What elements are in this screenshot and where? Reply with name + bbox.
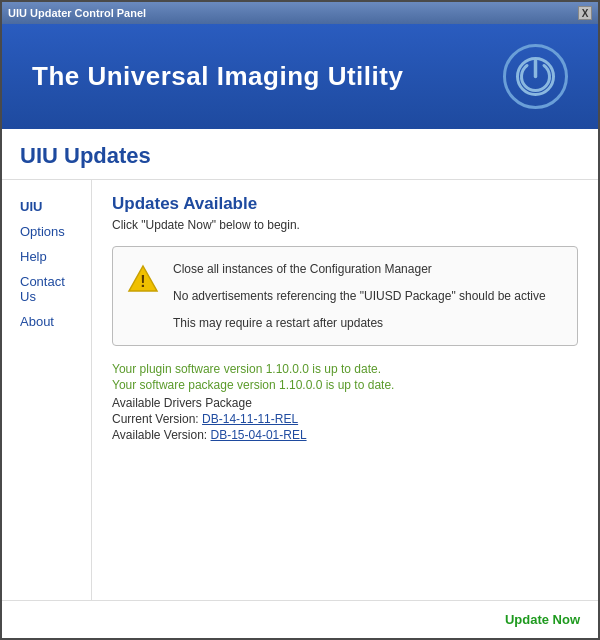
sidebar-item-contact-us[interactable]: Contact Us: [2, 269, 91, 309]
current-version-line: Current Version: DB-14-11-11-REL: [112, 412, 578, 426]
warning-message-3: This may require a restart after updates: [173, 315, 546, 332]
current-version-label: Current Version:: [112, 412, 199, 426]
sidebar: UIU Options Help Contact Us About: [2, 180, 92, 600]
warning-icon: !: [127, 263, 159, 298]
header-title: The Universal Imaging Utility: [32, 61, 403, 92]
sidebar-item-help[interactable]: Help: [2, 244, 91, 269]
page-title: UIU Updates: [2, 129, 598, 180]
available-version-line: Available Version: DB-15-04-01-REL: [112, 428, 578, 442]
power-svg: [513, 54, 558, 99]
update-now-button[interactable]: Update Now: [505, 612, 580, 627]
warning-messages: Close all instances of the Configuration…: [173, 261, 546, 331]
svg-text:!: !: [140, 273, 145, 290]
sidebar-item-options[interactable]: Options: [2, 219, 91, 244]
warning-message-2: No advertisements referencing the "UIUSD…: [173, 288, 546, 305]
package-label: Available Drivers Package: [112, 396, 578, 410]
sidebar-item-about[interactable]: About: [2, 309, 91, 334]
footer: Update Now: [2, 600, 598, 638]
warning-box: ! Close all instances of the Configurati…: [112, 246, 578, 346]
status-line-1: Your plugin software version 1.10.0.0 is…: [112, 362, 578, 376]
main-content: UIU Options Help Contact Us About Update…: [2, 180, 598, 600]
updates-subtitle: Click "Update Now" below to begin.: [112, 218, 578, 232]
warning-message-1: Close all instances of the Configuration…: [173, 261, 546, 278]
sidebar-item-uiu[interactable]: UIU: [2, 194, 91, 219]
status-line-2: Your software package version 1.10.0.0 i…: [112, 378, 578, 392]
title-bar: UIU Updater Control Panel X: [2, 2, 598, 24]
power-icon: [503, 44, 568, 109]
available-version-label: Available Version:: [112, 428, 207, 442]
content-area: UIU Updates UIU Options Help Contact Us …: [2, 129, 598, 638]
current-version-link[interactable]: DB-14-11-11-REL: [202, 412, 298, 426]
available-version-link[interactable]: DB-15-04-01-REL: [211, 428, 307, 442]
package-info: Available Drivers Package Current Versio…: [112, 396, 578, 442]
title-bar-text: UIU Updater Control Panel: [8, 7, 146, 19]
header-banner: The Universal Imaging Utility: [2, 24, 598, 129]
main-window: UIU Updater Control Panel X The Universa…: [0, 0, 600, 640]
updates-available-title: Updates Available: [112, 194, 578, 214]
main-panel: Updates Available Click "Update Now" bel…: [92, 180, 598, 600]
close-button[interactable]: X: [578, 6, 592, 20]
